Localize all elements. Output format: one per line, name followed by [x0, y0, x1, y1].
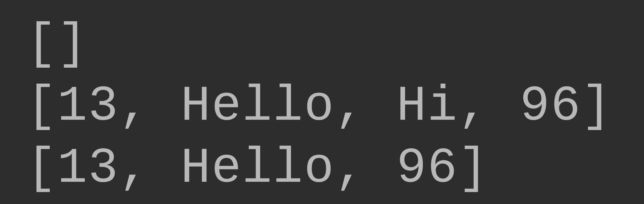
console-output: [] [13, Hello, Hi, 96] [13, Hello, 96] — [27, 13, 644, 200]
output-line: [13, Hello, Hi, 96] — [27, 76, 644, 138]
output-line: [13, Hello, 96] — [27, 138, 644, 200]
output-line: [] — [27, 13, 644, 76]
